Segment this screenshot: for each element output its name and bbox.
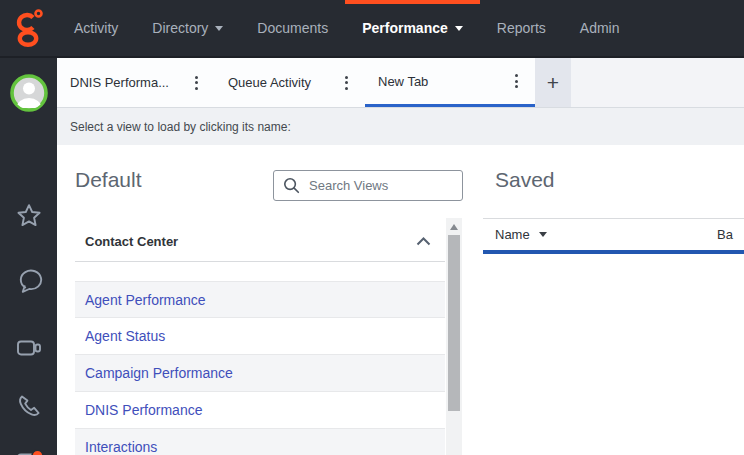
- view-row-agent-status[interactable]: Agent Status: [75, 318, 445, 355]
- top-nav-items: Activity Directory Documents Performance…: [57, 0, 636, 56]
- nav-item-directory[interactable]: Directory: [135, 0, 240, 56]
- info-bar: Select a view to load by clicking its na…: [57, 108, 744, 145]
- top-nav: Activity Directory Documents Performance…: [0, 0, 744, 58]
- scroll-up-arrow-icon[interactable]: [450, 224, 458, 230]
- tab-menu-icon[interactable]: [191, 72, 202, 94]
- column-header-based-on[interactable]: Ba: [717, 219, 733, 250]
- view-picker-content: Default Contact Center: [57, 145, 744, 455]
- view-link: Agent Status: [85, 328, 165, 344]
- view-link: Campaign Performance: [85, 365, 233, 381]
- view-row-campaign-performance[interactable]: Campaign Performance: [75, 355, 445, 392]
- default-panel-title: Default: [75, 168, 142, 192]
- tab-label: Queue Activity: [228, 75, 311, 90]
- nav-item-reports[interactable]: Reports: [480, 0, 563, 56]
- views-scrollbar[interactable]: [446, 218, 462, 455]
- inbox-voicemail-icon[interactable]: [0, 448, 57, 455]
- tab-dnis-performance[interactable]: DNIS Performa...: [57, 58, 215, 107]
- nav-label: Directory: [152, 20, 208, 36]
- active-nav-indicator: [345, 0, 480, 4]
- video-camera-icon[interactable]: [0, 334, 57, 362]
- saved-panel-title: Saved: [495, 168, 555, 192]
- column-header-name[interactable]: Name: [495, 219, 547, 250]
- nav-label: Reports: [497, 20, 546, 36]
- nav-label: Activity: [74, 20, 118, 36]
- scrollbar-thumb[interactable]: [448, 235, 460, 411]
- view-link: DNIS Performance: [85, 402, 202, 418]
- sort-caret-icon: [539, 232, 547, 237]
- group-label: Contact Center: [75, 234, 178, 249]
- tab-menu-icon[interactable]: [341, 72, 352, 94]
- search-views-input[interactable]: [307, 177, 453, 194]
- notification-dot: [32, 450, 43, 455]
- workspace-tab-bar: DNIS Performa... Queue Activity New Tab …: [57, 58, 744, 108]
- column-label: Ba: [717, 227, 733, 242]
- avatar-icon: [8, 72, 50, 114]
- main-area: DNIS Performa... Queue Activity New Tab …: [57, 58, 744, 455]
- info-bar-text: Select a view to load by clicking its na…: [70, 120, 291, 134]
- genesys-logo[interactable]: [0, 0, 57, 56]
- nav-label: Performance: [362, 20, 448, 36]
- saved-views-table-header: Name Ba: [483, 218, 744, 254]
- nav-item-activity[interactable]: Activity: [57, 0, 135, 56]
- tab-new-tab-active[interactable]: New Tab: [365, 58, 535, 107]
- chevron-down-icon: [215, 26, 223, 31]
- nav-item-admin[interactable]: Admin: [563, 0, 637, 56]
- chevron-up-icon: [416, 237, 445, 246]
- group-contact-center[interactable]: Contact Center: [75, 222, 445, 262]
- nav-item-performance[interactable]: Performance: [345, 0, 480, 56]
- view-link: Interactions: [85, 439, 157, 455]
- favorites-star-icon[interactable]: [0, 202, 57, 230]
- tab-label: DNIS Performa...: [70, 75, 169, 90]
- nav-label: Admin: [580, 20, 620, 36]
- plus-icon: +: [547, 71, 559, 95]
- search-views-box[interactable]: [273, 170, 463, 201]
- nav-label: Documents: [257, 20, 328, 36]
- view-row-dnis-performance[interactable]: DNIS Performance: [75, 392, 445, 429]
- default-views-list: Contact Center Agent Performance Agent S…: [75, 222, 445, 455]
- phone-icon[interactable]: [0, 392, 57, 420]
- tab-label: New Tab: [378, 74, 428, 89]
- nav-item-documents[interactable]: Documents: [240, 0, 345, 56]
- column-label: Name: [495, 227, 530, 242]
- view-link: Agent Performance: [85, 292, 206, 308]
- genesys-logo-icon: [12, 8, 46, 48]
- left-icon-rail: [0, 58, 57, 455]
- chevron-down-icon: [455, 26, 463, 31]
- user-avatar[interactable]: [0, 72, 57, 114]
- chat-bubble-icon[interactable]: [0, 266, 57, 294]
- view-row-agent-performance[interactable]: Agent Performance: [75, 281, 445, 318]
- view-rows: Agent Performance Agent Status Campaign …: [75, 281, 445, 455]
- add-tab-button[interactable]: +: [535, 58, 571, 107]
- search-icon: [283, 177, 300, 194]
- view-row-interactions[interactable]: Interactions: [75, 429, 445, 455]
- tab-menu-icon[interactable]: [511, 70, 522, 92]
- tab-queue-activity[interactable]: Queue Activity: [215, 58, 365, 107]
- app-window: Activity Directory Documents Performance…: [0, 0, 744, 455]
